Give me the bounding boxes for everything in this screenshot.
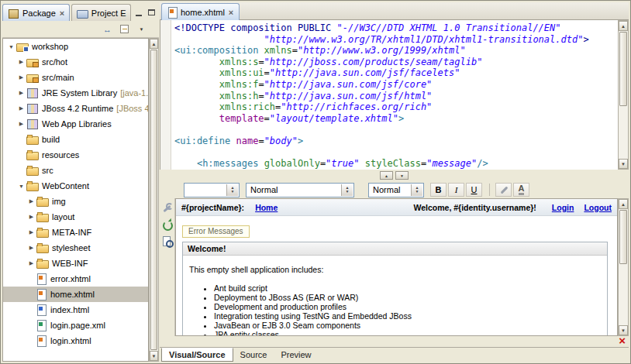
code-line[interactable]: <h:messages globalOnly="true" styleClass… bbox=[174, 158, 616, 170]
tree-item-src[interactable]: src bbox=[3, 163, 148, 178]
refresh-icon[interactable] bbox=[161, 218, 174, 231]
tree-item-stylesheet[interactable]: ▶stylesheet bbox=[3, 240, 148, 256]
tab-preview[interactable]: Preview bbox=[274, 348, 318, 362]
style-combo[interactable]: ▲▼ bbox=[184, 183, 240, 197]
code-lines[interactable]: <!DOCTYPE composition PUBLIC "-//W3C//DT… bbox=[174, 22, 616, 170]
tree-item-login-xhtml[interactable]: login.xhtml bbox=[3, 333, 148, 349]
login-link[interactable]: Login bbox=[552, 203, 574, 212]
tree-item-login-page-xml[interactable]: login.page.xml bbox=[3, 318, 148, 333]
logout-link[interactable]: Logout bbox=[584, 203, 612, 212]
tree-item-img[interactable]: ▶img bbox=[3, 194, 148, 209]
source-editor[interactable]: <!DOCTYPE composition PUBLIC "-//W3C//DT… bbox=[160, 20, 629, 170]
code-line[interactable]: template="layout/template.xhtml"> bbox=[174, 113, 616, 125]
scroll-up-icon[interactable]: ▲ bbox=[619, 21, 628, 31]
minimize-view-icon[interactable] bbox=[133, 7, 144, 18]
collapsed-arrow-icon[interactable]: ▶ bbox=[26, 198, 36, 204]
scroll-down-icon[interactable]: ▼ bbox=[619, 159, 628, 169]
collapsed-arrow-icon[interactable]: ▶ bbox=[16, 121, 26, 127]
tree-item-home-xhtml[interactable]: home.xhtml bbox=[3, 287, 148, 302]
code-line[interactable]: xmlns:f="http://java.sun.com/jsf/core" bbox=[174, 79, 616, 91]
home-link[interactable]: Home bbox=[255, 203, 278, 212]
annotation-ruler[interactable] bbox=[160, 20, 171, 170]
tab-package-explorer[interactable]: Package × bbox=[2, 4, 70, 21]
scrollbar-thumb[interactable] bbox=[619, 32, 627, 106]
code-line[interactable]: <ui:define name="body"> bbox=[174, 136, 616, 147]
scrollbar-thumb[interactable] bbox=[150, 50, 157, 350]
scrollbar-thumb[interactable] bbox=[619, 210, 627, 264]
scroll-up-icon[interactable]: ▲ bbox=[619, 199, 628, 209]
code-line[interactable] bbox=[174, 124, 616, 136]
tree-item-resources[interactable]: resources bbox=[3, 147, 148, 163]
editor-tab-home-xhtml[interactable]: home.xhtml × bbox=[161, 3, 240, 20]
italic-button[interactable]: I bbox=[448, 183, 464, 197]
source-scrollbar[interactable]: ▲ ▼ bbox=[618, 20, 629, 170]
expanded-arrow-icon[interactable]: ▼ bbox=[16, 184, 26, 189]
splitter-down-icon[interactable]: ▼ bbox=[395, 171, 409, 180]
code-line[interactable] bbox=[174, 147, 616, 159]
collapse-all-icon[interactable] bbox=[120, 25, 129, 33]
splitter-up-icon[interactable]: ▲ bbox=[380, 171, 393, 180]
xml-icon bbox=[36, 320, 47, 331]
tree-item-src-hot[interactable]: ▶src/hot bbox=[3, 54, 148, 70]
highlight-color-button[interactable] bbox=[495, 183, 512, 197]
tree-item-layout[interactable]: ▶layout bbox=[3, 209, 148, 225]
scroll-up-icon[interactable]: ▲ bbox=[150, 39, 158, 49]
tree-item-src-main[interactable]: ▶src/main bbox=[3, 70, 148, 85]
combo-arrows-icon[interactable]: ▲▼ bbox=[226, 184, 238, 196]
tree-item-meta-inf[interactable]: ▶META-INF bbox=[3, 225, 148, 240]
toolbar-separator bbox=[489, 184, 490, 196]
code-line[interactable]: xmlns:rich="http://richfaces.org/rich" bbox=[174, 101, 616, 113]
link-with-editor-icon[interactable] bbox=[101, 23, 114, 35]
collapsed-arrow-icon[interactable]: ▶ bbox=[26, 260, 36, 266]
collapsed-arrow-icon[interactable]: ▶ bbox=[16, 59, 26, 65]
collapsed-arrow-icon[interactable]: ▶ bbox=[16, 105, 26, 112]
code-line[interactable]: <!DOCTYPE composition PUBLIC "-//W3C//DT… bbox=[174, 22, 616, 34]
tree-item-label: login.page.xml bbox=[50, 321, 105, 330]
tree-item-index-html[interactable]: index.html bbox=[3, 302, 148, 318]
visual-scrollbar[interactable]: ▲ ▼ bbox=[618, 198, 629, 336]
tree-item-jre-system-library[interactable]: ▶JRE System Library[java-1.5 bbox=[3, 85, 148, 101]
scroll-down-icon[interactable]: ▼ bbox=[150, 351, 158, 361]
tree-item-error-xhtml[interactable]: error.xhtml bbox=[3, 271, 148, 287]
preferences-icon[interactable] bbox=[161, 201, 174, 214]
font-color-button[interactable]: A bbox=[513, 183, 529, 197]
collapsed-arrow-icon[interactable]: ▶ bbox=[26, 229, 36, 235]
close-icon[interactable]: × bbox=[229, 8, 233, 17]
tree-item-workshop[interactable]: ▼workshop bbox=[3, 39, 148, 54]
collapsed-arrow-icon[interactable]: ▶ bbox=[26, 245, 36, 251]
tree-item-webcontent[interactable]: ▼WebContent bbox=[3, 178, 148, 194]
folder-icon bbox=[26, 149, 38, 160]
tree-scrollbar[interactable]: ▲ ▼ bbox=[149, 38, 159, 362]
feature-item: Deployment to JBoss AS (EAR or WAR) bbox=[214, 293, 601, 302]
collapsed-arrow-icon[interactable]: ▶ bbox=[16, 74, 26, 81]
visual-page-canvas[interactable]: #{projectName}: Home Welcome, #{identity… bbox=[175, 198, 618, 336]
error-indicator-icon[interactable]: × bbox=[619, 335, 626, 346]
collapsed-arrow-icon[interactable]: ▶ bbox=[26, 214, 36, 220]
tree-item-web-inf[interactable]: ▶WEB-INF bbox=[3, 256, 148, 271]
combo-arrows-icon[interactable]: ▲▼ bbox=[341, 184, 353, 196]
close-icon[interactable]: × bbox=[60, 9, 64, 18]
code-line[interactable]: xmlns:ui="http://java.sun.com/jsf/facele… bbox=[174, 67, 616, 79]
combo-arrows-icon[interactable]: ▲▼ bbox=[411, 184, 422, 196]
tree-item-web-app-libraries[interactable]: ▶Web App Libraries bbox=[3, 116, 148, 132]
code-line[interactable]: <ui:composition xmlns="http://www.w3.org… bbox=[174, 45, 616, 57]
view-menu-icon[interactable] bbox=[135, 23, 148, 35]
collapsed-arrow-icon[interactable]: ▶ bbox=[16, 90, 26, 96]
error-messages-placeholder[interactable]: Error Messages bbox=[182, 225, 250, 238]
code-line[interactable]: xmlns:s="http://jboss.com/products/seam/… bbox=[174, 57, 616, 68]
tree-item-jboss-4-2-runtime[interactable]: ▶JBoss 4.2 Runtime[JBoss 4. bbox=[3, 101, 148, 116]
font-combo[interactable]: Normal ▲▼ bbox=[368, 183, 424, 197]
tab-visual-source[interactable]: Visual/Source bbox=[161, 348, 233, 362]
maximize-view-icon[interactable] bbox=[146, 7, 157, 18]
tab-project-explorer[interactable]: Project E bbox=[71, 4, 131, 21]
bold-button[interactable]: B bbox=[430, 183, 447, 197]
editor-splitter[interactable]: ▲ ▼ bbox=[160, 170, 629, 181]
paragraph-combo[interactable]: Normal ▲▼ bbox=[246, 183, 354, 197]
expanded-arrow-icon[interactable]: ▼ bbox=[6, 44, 16, 50]
tree-item-build[interactable]: build bbox=[3, 132, 148, 147]
design-icon[interactable] bbox=[161, 235, 174, 248]
underline-button[interactable]: U bbox=[466, 183, 482, 197]
code-line[interactable]: "http://www.w3.org/TR/xhtml1/DTD/xhtml1-… bbox=[174, 34, 616, 46]
code-line[interactable]: xmlns:h="http://java.sun.com/jsf/html" bbox=[174, 91, 616, 102]
tab-source[interactable]: Source bbox=[233, 348, 274, 362]
